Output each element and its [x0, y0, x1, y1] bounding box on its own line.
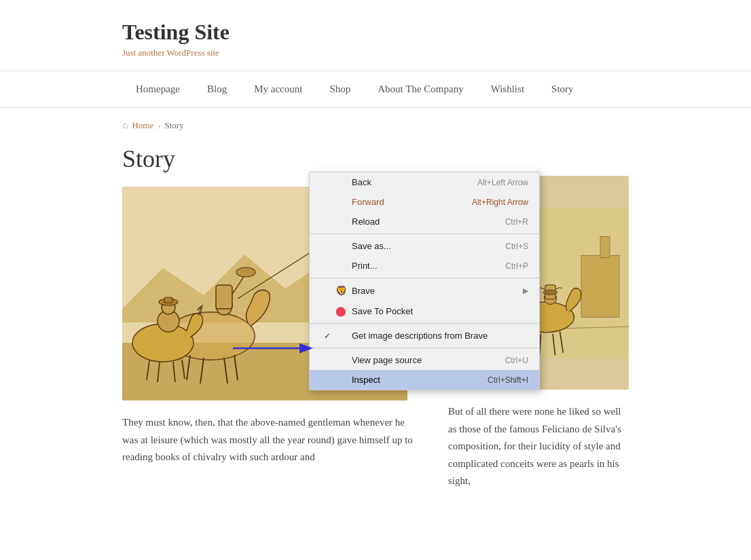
main-content: Story [0, 138, 751, 490]
ctx-reload[interactable]: Reload Ctrl+R [310, 212, 539, 231]
ctx-checkmark-imgdesc: ✓ [320, 331, 334, 341]
nav-wishlist[interactable]: Wishlist [477, 71, 538, 107]
ctx-label-viewsource: View page source [352, 355, 505, 365]
ctx-label-inspect: Inspect [352, 375, 488, 385]
ctx-label-forward: Forward [352, 197, 472, 207]
ctx-sep-3 [310, 323, 539, 324]
pocket-icon: ⬤ [334, 305, 348, 316]
ctx-shortcut-reload: Ctrl+R [505, 217, 528, 227]
ctx-brave[interactable]: 🦁 Brave ▶ [310, 280, 539, 301]
nav-story[interactable]: Story [538, 71, 587, 107]
site-title: Testing Site [122, 19, 751, 45]
ctx-shortcut-print: Ctrl+P [505, 261, 528, 271]
ctx-shortcut-saveas: Ctrl+S [505, 242, 528, 251]
body-text-right: But of all there were none he liked so w… [448, 403, 629, 490]
ctx-shortcut-viewsource: Ctrl+U [505, 356, 528, 365]
ctx-viewsource[interactable]: View page source Ctrl+U [310, 350, 539, 370]
ctx-label-back: Back [352, 177, 477, 187]
home-icon: ⌂ [122, 120, 128, 131]
ctx-sep-2 [310, 278, 539, 278]
ctx-label-brave: Brave [352, 286, 523, 296]
main-nav: Homepage Blog My account Shop About The … [0, 71, 751, 108]
nav-blog[interactable]: Blog [194, 71, 240, 107]
ctx-forward[interactable]: Forward Alt+Right Arrow [310, 192, 539, 212]
ctx-arrow-brave: ▶ [523, 286, 528, 295]
ctx-shortcut-forward: Alt+Right Arrow [472, 198, 528, 207]
ctx-back[interactable]: Back Alt+Left Arrow [310, 172, 539, 192]
breadcrumb-current: Story [165, 120, 184, 131]
breadcrumb: ⌂ Home › Story [0, 108, 751, 138]
nav-aboutcompany[interactable]: About The Company [364, 71, 477, 107]
svg-rect-12 [216, 285, 232, 309]
ctx-label-print: Print... [352, 261, 505, 271]
ctx-shortcut-back: Alt+Left Arrow [477, 178, 528, 187]
page-title: Story [122, 138, 421, 173]
svg-rect-29 [581, 256, 619, 318]
ctx-label-pocket: Save To Pocket [352, 306, 528, 316]
nav-shop[interactable]: Shop [316, 71, 364, 107]
svg-point-13 [236, 267, 255, 277]
ctx-sep-1 [310, 234, 539, 234]
ctx-shortcut-inspect: Ctrl+Shift+I [488, 375, 528, 385]
breadcrumb-home-link[interactable]: Home [132, 120, 153, 131]
breadcrumb-separator: › [158, 120, 160, 131]
ctx-inspect[interactable]: Inspect Ctrl+Shift+I [310, 370, 539, 390]
site-tagline: Just another WordPress site [122, 48, 751, 58]
context-menu: Back Alt+Left Arrow Forward Alt+Right Ar… [309, 172, 540, 390]
ctx-label-imgdesc: Get image descriptions from Brave [352, 331, 528, 341]
nav-homepage[interactable]: Homepage [122, 71, 194, 107]
ctx-pocket[interactable]: ⬤ Save To Pocket [310, 301, 539, 321]
body-text-left: They must know, then, that the above-nam… [122, 414, 421, 466]
ctx-print[interactable]: Print... Ctrl+P [310, 256, 539, 276]
ctx-image-desc[interactable]: ✓ Get image descriptions from Brave [310, 326, 539, 346]
ctx-label-reload: Reload [352, 217, 505, 227]
ctx-label-saveas: Save as... [352, 241, 505, 251]
ctx-saveas[interactable]: Save as... Ctrl+S [310, 236, 539, 256]
brave-icon: 🦁 [334, 285, 348, 296]
svg-rect-23 [164, 297, 172, 303]
svg-rect-30 [600, 237, 610, 259]
svg-point-41 [543, 291, 557, 295]
ctx-sep-4 [310, 348, 539, 348]
nav-myaccount[interactable]: My account [240, 71, 316, 107]
